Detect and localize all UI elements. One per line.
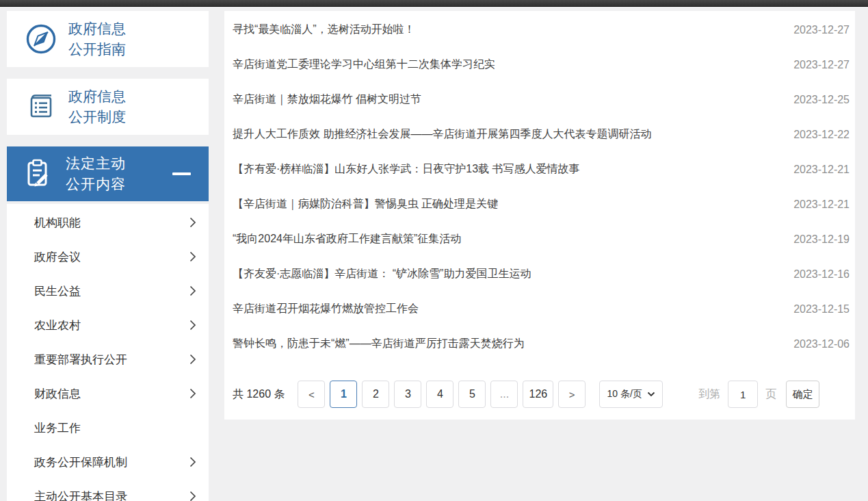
menu-item-label: 民生公益 [34, 283, 81, 299]
label-line1: 政府信息 [68, 88, 126, 104]
page-size-label: 10 条/页 [607, 388, 642, 400]
chevron-right-icon [189, 320, 196, 331]
page-size-select[interactable]: 10 条/页 [599, 381, 663, 408]
article-date: 2023-12-21 [793, 198, 850, 211]
article-row[interactable]: 辛店街道｜禁放烟花爆竹 倡树文明过节 2023-12-25 [233, 82, 850, 117]
confirm-button[interactable]: 确定 [786, 381, 819, 408]
menu-item-label: 机构职能 [34, 215, 81, 231]
article-row[interactable]: 寻找“最美临淄人”，选树活动开始啦！ 2023-12-27 [233, 12, 850, 47]
compass-icon [25, 23, 57, 55]
page-button-4[interactable]: 4 [426, 381, 453, 408]
sidebar-item-disclosure-guarantee[interactable]: 政务公开保障机制 [7, 445, 209, 479]
sidebar-item-disclosure-guide[interactable]: 政府信息 公开指南 [7, 11, 209, 67]
sidebar-item-statutory-disclosure[interactable]: 法定主动 公开内容 [7, 146, 209, 201]
article-date: 2023-12-06 [793, 338, 850, 350]
pagination-bar: 共 1260 条 < 1 2 3 4 5 ... 126 > 10 条/页 到第… [233, 381, 850, 408]
chevron-right-icon [189, 354, 196, 365]
page-button-1[interactable]: 1 [330, 381, 357, 408]
article-row[interactable]: 【齐有爱·榜样临淄】山东好人张学武：日夜守护13载 书写感人爱情故事 2023-… [233, 152, 850, 187]
page-ellipsis-button[interactable]: ... [490, 381, 518, 408]
menu-item-label: 财政信息 [34, 386, 81, 402]
article-title[interactable]: 提升人大工作质效 助推经济社会发展——辛店街道开展第四季度人大代表专题调研活动 [233, 127, 651, 142]
goto-suffix-label: 页 [765, 387, 776, 402]
goto-page-group: 到第 页 确定 [698, 381, 819, 408]
sidebar: 政府信息 公开指南 政府信息 公开制度 [7, 11, 209, 501]
top-dark-bar [0, 0, 868, 7]
sidebar-menu: 机构职能 政府会议 民生公益 农业农村 重要部署执行公开 财政信息 [7, 204, 209, 501]
collapse-minus-icon[interactable] [172, 172, 191, 175]
sidebar-item-label: 政府信息 公开指南 [68, 18, 126, 60]
chevron-right-icon [189, 491, 196, 501]
menu-item-label: 重要部署执行公开 [34, 352, 127, 368]
label-line2: 公开制度 [68, 109, 126, 125]
page: 政府信息 公开指南 政府信息 公开制度 [0, 0, 868, 501]
article-title[interactable]: 【辛店街道｜病媒防治科普】警惕臭虫 正确处理是关键 [233, 197, 498, 211]
chevron-right-icon [189, 251, 196, 262]
article-title[interactable]: 【齐友爱·志愿临淄】辛店街道： “铲冰除雪”助力爱国卫生运动 [233, 267, 531, 281]
sidebar-item-agriculture-rural[interactable]: 农业农村 [7, 308, 209, 342]
article-date: 2023-12-16 [793, 268, 850, 281]
menu-item-label: 政府会议 [34, 249, 81, 265]
article-title[interactable]: 辛店街道党工委理论学习中心组第十二次集体学习纪实 [233, 57, 495, 72]
total-count-label: 共 1260 条 [233, 387, 285, 402]
prev-page-button[interactable]: < [298, 381, 325, 408]
article-title[interactable]: 【齐有爱·榜样临淄】山东好人张学武：日夜守护13载 书写感人爱情故事 [233, 162, 580, 177]
article-row[interactable]: 【辛店街道｜病媒防治科普】警惕臭虫 正确处理是关键 2023-12-21 [233, 187, 850, 222]
article-row[interactable]: 辛店街道党工委理论学习中心组第十二次集体学习纪实 2023-12-27 [233, 47, 850, 82]
sidebar-item-fiscal-info[interactable]: 财政信息 [7, 376, 209, 411]
article-title[interactable]: 辛店街道｜禁放烟花爆竹 倡树文明过节 [233, 92, 421, 107]
article-row[interactable]: 辛店街道召开烟花爆竹燃放管控工作会 2023-12-15 [233, 292, 850, 326]
label-line2: 公开指南 [68, 41, 126, 57]
article-date: 2023-12-21 [793, 164, 850, 176]
article-title[interactable]: 警钟长鸣，防患于未“燃”——辛店街道严厉打击露天焚烧行为 [233, 337, 525, 351]
sidebar-item-label: 政府信息 公开制度 [68, 86, 126, 127]
article-row[interactable]: “我向2024年山东省政府工作建言献策”征集活动 2023-12-19 [233, 222, 850, 257]
article-date: 2023-12-22 [793, 129, 850, 141]
article-date: 2023-12-15 [793, 303, 850, 316]
menu-item-label: 业务工作 [34, 420, 81, 436]
sidebar-item-disclosure-system[interactable]: 政府信息 公开制度 [7, 79, 209, 135]
page-button-5[interactable]: 5 [458, 381, 486, 408]
clipboard-pencil-icon [22, 157, 55, 190]
goto-prefix-label: 到第 [698, 387, 720, 402]
sidebar-item-active-disclosure-catalog[interactable]: 主动公开基本目录 [7, 479, 209, 501]
article-title[interactable]: 寻找“最美临淄人”，选树活动开始啦！ [233, 23, 415, 37]
article-date: 2023-12-19 [793, 233, 850, 246]
sidebar-item-gov-meetings[interactable]: 政府会议 [7, 240, 209, 274]
page-button-2[interactable]: 2 [362, 381, 389, 408]
article-row[interactable]: 警钟长鸣，防患于未“燃”——辛店街道严厉打击露天焚烧行为 2023-12-06 [233, 326, 850, 361]
article-title[interactable]: “我向2024年山东省政府工作建言献策”征集活动 [233, 232, 461, 246]
page-button-3[interactable]: 3 [394, 381, 421, 408]
menu-item-label: 政务公开保障机制 [34, 454, 127, 470]
book-icon [25, 90, 57, 123]
article-title[interactable]: 辛店街道召开烟花爆竹燃放管控工作会 [233, 302, 419, 316]
label-line2: 公开内容 [66, 176, 126, 192]
chevron-right-icon [189, 457, 196, 467]
sidebar-item-org-functions[interactable]: 机构职能 [7, 205, 209, 240]
article-date: 2023-12-27 [793, 24, 850, 36]
sidebar-item-key-deployments[interactable]: 重要部署执行公开 [7, 342, 209, 376]
next-page-button[interactable]: > [558, 381, 586, 408]
article-row[interactable]: 【齐友爱·志愿临淄】辛店街道： “铲冰除雪”助力爱国卫生运动 2023-12-1… [233, 257, 850, 292]
chevron-right-icon [189, 388, 196, 399]
chevron-right-icon [189, 285, 196, 296]
sidebar-item-livelihood-welfare[interactable]: 民生公益 [7, 274, 209, 308]
menu-item-label: 主动公开基本目录 [34, 489, 127, 501]
article-date: 2023-12-27 [793, 59, 850, 71]
article-list-panel: 寻找“最美临淄人”，选树活动开始啦！ 2023-12-27 辛店街道党工委理论学… [224, 11, 855, 420]
menu-item-label: 农业农村 [34, 318, 81, 333]
sidebar-item-business-work[interactable]: 业务工作 [7, 411, 209, 445]
chevron-down-icon [647, 391, 655, 397]
label-line1: 政府信息 [68, 21, 126, 36]
article-row[interactable]: 提升人大工作质效 助推经济社会发展——辛店街道开展第四季度人大代表专题调研活动 … [233, 117, 850, 152]
goto-page-input[interactable] [728, 381, 758, 408]
article-date: 2023-12-25 [793, 94, 850, 106]
sidebar-item-label: 法定主动 公开内容 [66, 153, 126, 194]
chevron-right-icon [189, 217, 196, 228]
page-button-126[interactable]: 126 [523, 381, 553, 408]
label-line1: 法定主动 [66, 155, 126, 171]
